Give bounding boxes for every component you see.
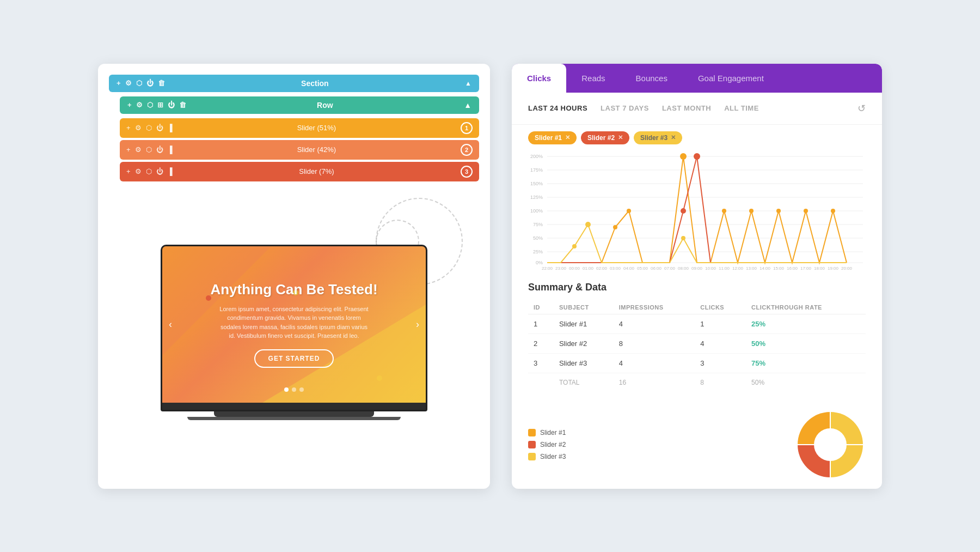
sl3-copy-icon[interactable]: ⬡ [146, 167, 152, 175]
laptop-cta-button[interactable]: GET STARTED [254, 349, 334, 368]
legend-label-slider1: Slider #1 [540, 429, 566, 436]
slide-dot-1[interactable] [284, 387, 289, 392]
laptop-content: Anything Can Be Tested! Lorem ipsum amet… [199, 270, 388, 379]
svg-text:17:00: 17:00 [800, 266, 812, 271]
summary-bottom: Slider #1 Slider #2 Slider #3 [512, 409, 882, 489]
filter-last-month[interactable]: LAST MONTH [662, 104, 711, 112]
filter-last-7d[interactable]: LAST 7 DAYS [601, 104, 649, 112]
sl2-settings-icon[interactable]: ⚙ [135, 145, 142, 154]
tab-reads[interactable]: Reads [566, 64, 620, 93]
cell-total-label [528, 373, 554, 392]
laptop-body: Lorem ipsum amet, consectetur adipiscing… [218, 305, 370, 341]
svg-text:14:00: 14:00 [759, 266, 771, 271]
filter-all-time[interactable]: ALL TIME [724, 104, 759, 112]
slider-row-2[interactable]: + ⚙ ⬡ ⏻ ▐ Slider (42%) 2 [120, 140, 479, 160]
svg-text:15:00: 15:00 [773, 266, 785, 271]
laptop-container: ‹ Anything Can Be Tested! Lorem ipsum am… [109, 187, 479, 478]
row-delete-icon[interactable]: 🗑 [179, 101, 186, 109]
sl1-settings-icon[interactable]: ⚙ [135, 124, 142, 132]
row-chevron-icon[interactable]: ▲ [464, 101, 471, 110]
laptop-screen: ‹ Anything Can Be Tested! Lorem ipsum am… [161, 245, 427, 403]
svg-text:01:00: 01:00 [583, 266, 594, 271]
svg-point-21 [722, 209, 726, 213]
row-grid-icon[interactable]: ⊞ [157, 101, 163, 109]
sl3-add-icon[interactable]: + [126, 167, 131, 175]
slide-dot-2[interactable] [292, 387, 296, 392]
cell-subject: Slider #3 [554, 353, 614, 373]
sl1-power-icon[interactable]: ⏻ [156, 124, 163, 132]
cell-total-impressions: 16 [614, 373, 695, 392]
tab-clicks[interactable]: Clicks [512, 64, 566, 93]
slider-3-label: Slider (7%) [177, 167, 456, 175]
next-slide-button[interactable]: › [416, 319, 419, 330]
sl2-chart-icon[interactable]: ▐ [168, 145, 173, 154]
svg-text:16:00: 16:00 [787, 266, 798, 271]
sl2-power-icon[interactable]: ⏻ [156, 145, 163, 154]
svg-point-28 [572, 244, 577, 248]
row-copy-icon[interactable]: ⬡ [147, 101, 153, 109]
filter-last-24h[interactable]: LAST 24 HOURS [528, 104, 587, 112]
time-filters: LAST 24 HOURS LAST 7 DAYS LAST MONTH ALL… [512, 93, 882, 125]
chart-area: 200% 175% 150% 125% 100% 75% 50% 25% 0% [512, 151, 882, 273]
sl3-power-icon[interactable]: ⏻ [156, 167, 163, 175]
laptop-heading: Anything Can Be Tested! [210, 281, 377, 298]
svg-text:150%: 150% [530, 181, 543, 186]
svg-text:25%: 25% [533, 249, 543, 254]
sl1-chart-icon[interactable]: ▐ [168, 124, 173, 132]
filter-tag-slider1-label: Slider #1 [535, 134, 562, 142]
filter-tag-slider3-close[interactable]: ✕ [671, 134, 676, 141]
col-ctr: CLICKTHROUGH RATE [746, 301, 866, 314]
section-chevron-icon[interactable]: ▲ [465, 80, 471, 87]
cell-total-clicks: 8 [695, 373, 746, 392]
summary-title: Summary & Data [528, 282, 866, 293]
filter-tag-slider1-close[interactable]: ✕ [565, 134, 570, 141]
tab-goal-engagement[interactable]: Goal Engagement [683, 64, 779, 93]
prev-slide-button[interactable]: ‹ [169, 319, 172, 330]
sl2-copy-icon[interactable]: ⬡ [146, 145, 152, 154]
slide-dot-3[interactable] [299, 387, 304, 392]
col-subject: SUBJECT [554, 301, 614, 314]
svg-text:06:00: 06:00 [651, 266, 662, 271]
row-settings-icon[interactable]: ⚙ [136, 101, 143, 109]
table-row: 1 Slider #1 4 1 25% [528, 314, 866, 333]
section-settings-icon[interactable]: ⚙ [125, 79, 132, 87]
table-row: 2 Slider #2 8 4 50% [528, 333, 866, 353]
refresh-icon[interactable]: ↺ [857, 102, 866, 114]
filter-tag-slider2-close[interactable]: ✕ [618, 134, 623, 141]
pie-chart [795, 409, 866, 480]
tab-bounces[interactable]: Bounces [621, 64, 683, 93]
section-copy-icon[interactable]: ⬡ [136, 79, 142, 87]
cell-id: 2 [528, 333, 554, 353]
legend-slider2: Slider #2 [528, 441, 566, 448]
section-delete-icon[interactable]: 🗑 [158, 79, 165, 87]
tabs-bar: Clicks Reads Bounces Goal Engagement [512, 64, 882, 93]
row-power-icon[interactable]: ⏻ [168, 101, 175, 109]
row-add-icon[interactable]: + [127, 101, 132, 109]
section-power-icon[interactable]: ⏻ [146, 79, 154, 87]
filter-tag-slider1[interactable]: Slider #1 ✕ [528, 131, 577, 144]
cell-subject: Slider #2 [554, 333, 614, 353]
svg-point-18 [613, 225, 617, 229]
sl1-copy-icon[interactable]: ⬡ [146, 124, 152, 132]
svg-text:125%: 125% [530, 195, 543, 200]
slider-3-badge: 3 [461, 166, 473, 178]
slider-1-label: Slider (51%) [177, 124, 456, 132]
laptop: ‹ Anything Can Be Tested! Lorem ipsum am… [161, 245, 427, 420]
filter-tag-slider3[interactable]: Slider #3 ✕ [634, 131, 682, 144]
sl1-add-icon[interactable]: + [126, 124, 131, 132]
svg-point-20 [680, 153, 687, 160]
svg-text:05:00: 05:00 [637, 266, 648, 271]
svg-text:13:00: 13:00 [746, 266, 757, 271]
slider-row-3[interactable]: + ⚙ ⬡ ⏻ ▐ Slider (7%) 3 [120, 162, 479, 181]
filter-tag-slider2-label: Slider #2 [587, 134, 615, 142]
svg-point-25 [831, 209, 835, 213]
sl3-settings-icon[interactable]: ⚙ [135, 167, 142, 175]
slider-row-1[interactable]: + ⚙ ⬡ ⏻ ▐ Slider (51%) 1 [120, 118, 479, 138]
sl2-add-icon[interactable]: + [126, 145, 131, 154]
section-add-icon[interactable]: + [117, 79, 121, 87]
left-panel: + ⚙ ⬡ ⏻ 🗑 Section ▲ + ⚙ ⬡ ⊞ ⏻ 🗑 Row ▲ + … [98, 64, 490, 489]
sl3-chart-icon[interactable]: ▐ [168, 167, 173, 175]
cell-total-ctr: 50% [746, 373, 866, 392]
legend-dot-slider3 [528, 453, 536, 460]
filter-tag-slider2[interactable]: Slider #2 ✕ [581, 131, 629, 144]
